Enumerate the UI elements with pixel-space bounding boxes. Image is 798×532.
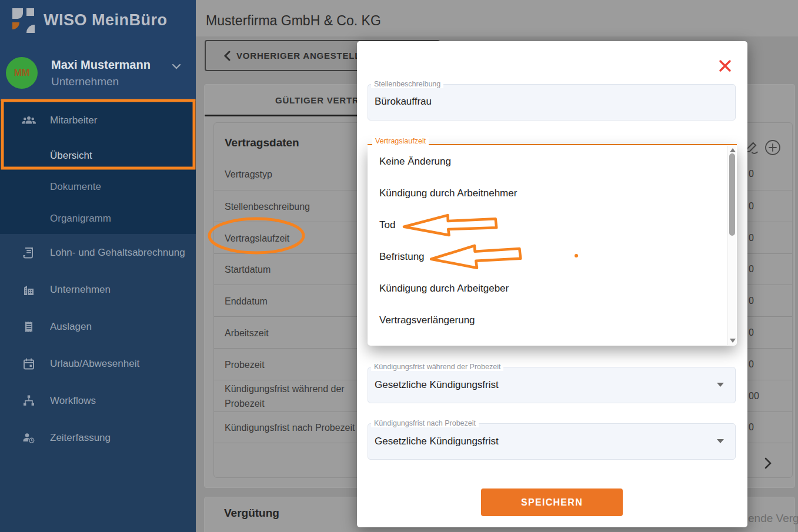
next-page-icon[interactable] (762, 457, 774, 472)
row-value: 0 (749, 169, 754, 179)
sidebar-item-uebersicht[interactable]: Übersicht (0, 146, 196, 166)
row-label: Vertragstyp (225, 167, 366, 182)
sidebar-item-label: Urlaub/Abwesenheit (50, 358, 139, 370)
sidebar-item-label: Mitarbeiter (50, 115, 97, 126)
wiso-logo-icon (12, 8, 38, 36)
row-label: Enddatum (225, 293, 366, 308)
row-label: Kündigungsfrist nach Probezeit (225, 420, 366, 435)
people-icon (21, 113, 36, 128)
row-label: Vertragslaufzeit (225, 230, 366, 245)
row-value: 0 (749, 233, 754, 243)
compensation-title: Vergütung (224, 507, 279, 520)
tab-gueltiger-vertrag[interactable]: GÜLTIGER VERTR (275, 95, 359, 105)
dropdown-scrollbar[interactable] (727, 146, 736, 345)
stellenbeschreibung-label: Stellenbeschreibung (371, 80, 443, 88)
time-icon (21, 430, 36, 446)
sidebar-item-label: Auslagen (50, 321, 92, 333)
caret-down-icon (717, 383, 724, 387)
brand-name: WISO MeinBüro (44, 11, 168, 29)
contract-table-title: Vertragsdaten (225, 136, 299, 149)
add-icon[interactable] (764, 139, 781, 158)
sidebar-item-zeiterfassung[interactable]: Zeiterfassung (0, 428, 196, 448)
page-title: Musterfirma GmbH & Co. KG (206, 13, 381, 29)
previous-employee-label: VORHERIGER ANGESTELL (236, 51, 360, 61)
row-label: Probezeit (225, 357, 366, 372)
frist-nach-probezeit-value: Gesetzliche Kündigungsfrist (375, 436, 499, 447)
frist-nach-probezeit-label: Kündigungsfrist nach Probezeit (371, 419, 479, 427)
receipt-icon (21, 319, 36, 334)
vertragslaufzeit-dropdown: Keine Änderung Kündigung durch Arbeitneh… (368, 145, 737, 346)
close-icon[interactable] (719, 59, 732, 75)
sidebar-item-label: Organigramm (50, 213, 111, 225)
edit-contract-modal: Stellenbeschreibung Bürokauffrau Vertrag… (357, 41, 747, 527)
sidebar: WISO MeinBüro MM Maxi Mustermann Unterne… (0, 0, 196, 532)
row-label: Arbeitszeit (225, 325, 366, 340)
row-value: 00 (749, 391, 759, 401)
sidebar-item-workflows[interactable]: Workflows (0, 391, 196, 411)
sidebar-item-dokumente[interactable]: Dokumente (0, 177, 196, 197)
stellenbeschreibung-value: Bürokauffrau (375, 96, 432, 108)
sidebar-item-organigramm[interactable]: Organigramm (0, 209, 196, 229)
row-value: 0 (749, 296, 754, 306)
dropdown-option[interactable]: Kündigung durch Arbeitgeber (379, 282, 509, 296)
sidebar-item-label: Zeiterfassung (50, 432, 111, 444)
user-avatar[interactable]: MM (6, 57, 38, 89)
sidebar-item-urlaub[interactable]: Urlaub/Abwesenheit (0, 354, 196, 374)
vertragslaufzeit-label: Vertragslaufzeit (372, 137, 429, 145)
sidebar-item-label: Lohn- und Gehaltsabrechnung (50, 247, 185, 259)
sidebar-item-mitarbeiter[interactable]: Mitarbeiter (0, 111, 196, 131)
frist-probezeit-label: Kündigungsfrist während der Probezeit (371, 363, 503, 371)
user-name[interactable]: Maxi Mustermann (51, 58, 151, 72)
dropdown-option[interactable]: Befristung (379, 250, 425, 264)
row-value: 0 (749, 327, 754, 338)
calendar-icon (21, 356, 36, 372)
app-window: WISO MeinBüro MM Maxi Mustermann Unterne… (0, 0, 798, 532)
workflow-icon (21, 393, 36, 409)
sidebar-item-label: Übersicht (50, 150, 92, 162)
row-label: Kündigungsfrist während der Probezeit (225, 382, 366, 411)
row-value: 0 (749, 422, 754, 433)
sidebar-item-label: Workflows (50, 395, 96, 407)
payroll-icon (21, 245, 36, 260)
user-role: Unternehmen (51, 75, 119, 88)
row-value: 0 (749, 201, 754, 212)
row-value: 0 (749, 359, 754, 370)
sidebar-header: WISO MeinBüro MM Maxi Mustermann Unterne… (0, 0, 196, 101)
caret-down-icon (717, 439, 724, 443)
dropdown-option[interactable]: Keine Änderung (379, 155, 451, 169)
sidebar-item-label: Dokumente (50, 181, 101, 193)
scrollbar-thumb[interactable] (729, 153, 735, 236)
chevron-down-icon[interactable] (172, 62, 181, 73)
save-button[interactable]: SPEICHERN (481, 488, 623, 516)
row-label: Stellenbeschreibung (225, 199, 366, 213)
row-value: 0 (749, 264, 754, 275)
sidebar-item-label: Unternehmen (50, 284, 111, 296)
scroll-down-icon[interactable] (730, 339, 736, 343)
sidebar-item-unternehmen[interactable]: Unternehmen (0, 280, 196, 300)
row-label: Startdatum (225, 262, 366, 277)
chevron-left-icon (223, 51, 231, 63)
building-icon (21, 282, 36, 297)
frist-probezeit-value: Gesetzliche Kündigungsfrist (375, 379, 499, 391)
dropdown-option[interactable]: Vertragsverlängerung (379, 313, 475, 327)
sidebar-item-auslagen[interactable]: Auslagen (0, 317, 196, 337)
scroll-up-icon[interactable] (730, 148, 736, 152)
dropdown-option[interactable]: Kündigung durch Arbeitnehmer (379, 186, 517, 200)
sidebar-item-lohnabrechnung[interactable]: Lohn- und Gehaltsabrechnung (0, 243, 196, 263)
dropdown-option[interactable]: Tod (379, 218, 395, 232)
compensation-partial-text: ende Vergüt (748, 512, 798, 525)
